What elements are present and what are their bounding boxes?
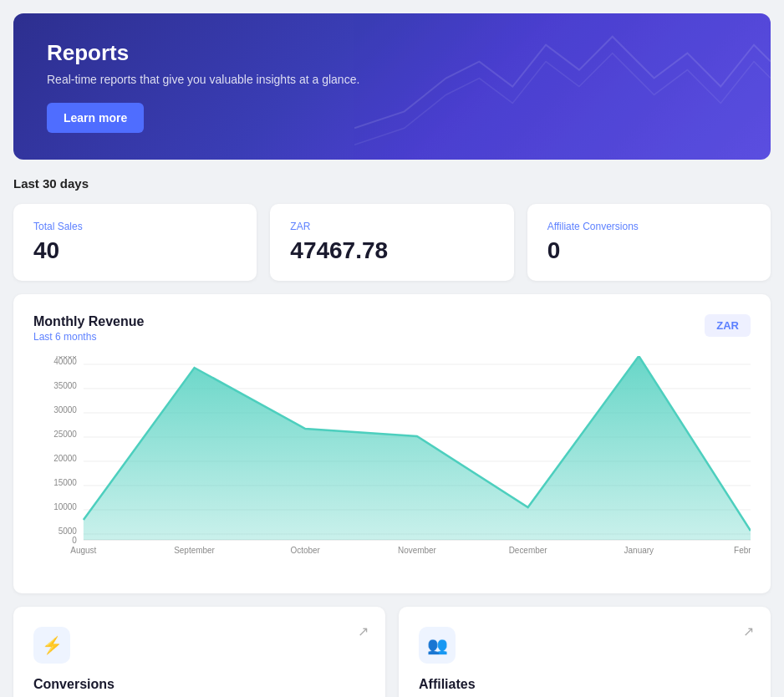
svg-text:August: August	[70, 546, 96, 555]
svg-text:0: 0	[72, 536, 77, 545]
svg-text:February: February	[734, 546, 751, 555]
affiliates-card: ↗ 👥 Affiliates View your affiliate perfo…	[399, 607, 771, 697]
stat-value-affiliate: 0	[547, 237, 751, 264]
svg-text:25000: 25000	[53, 430, 77, 439]
chart-card: Monthly Revenue Last 6 months ZAR 0 5	[13, 294, 771, 593]
conversions-icon: ⚡	[42, 635, 63, 655]
stats-row: Total Sales 40 ZAR 47467.78 Affiliate Co…	[13, 204, 771, 281]
conversions-title: Conversions	[33, 677, 365, 692]
stat-label-zar: ZAR	[290, 221, 493, 232]
chart-currency-button[interactable]: ZAR	[705, 314, 751, 337]
svg-text:December: December	[509, 546, 548, 555]
conversions-card: ↗ ⚡ Conversions See how your offers and …	[13, 607, 385, 697]
chart-area: 0 5000 10000 15000 20000 25000 30000 350…	[33, 356, 751, 573]
stat-card-affiliate: Affiliate Conversions 0	[527, 204, 771, 281]
svg-text:September: September	[174, 546, 215, 555]
stat-label-affiliate: Affiliate Conversions	[547, 221, 751, 232]
svg-text:November: November	[398, 546, 437, 555]
stat-value-zar: 47467.78	[290, 237, 493, 264]
svg-text:January: January	[624, 546, 654, 555]
affiliates-title: Affiliates	[419, 677, 751, 692]
affiliates-arrow-icon[interactable]: ↗	[743, 623, 754, 639]
chart-title: Monthly Revenue	[33, 314, 144, 329]
stat-card-total-sales: Total Sales 40	[13, 204, 257, 281]
hero-banner: Reports Real-time reports that give you …	[13, 13, 771, 160]
svg-text:15000: 15000	[53, 478, 77, 487]
conversions-arrow-icon[interactable]: ↗	[358, 623, 369, 639]
svg-text:5000: 5000	[59, 527, 78, 536]
stat-value-total-sales: 40	[33, 237, 237, 264]
chart-subtitle: Last 6 months	[33, 331, 144, 343]
chart-header: Monthly Revenue Last 6 months ZAR	[33, 314, 751, 343]
stat-label-total-sales: Total Sales	[33, 221, 237, 232]
learn-more-button[interactable]: Learn more	[47, 103, 144, 133]
stat-card-zar: ZAR 47467.78	[270, 204, 513, 281]
svg-text:45000: 45000	[53, 356, 77, 359]
svg-text:October: October	[291, 546, 321, 555]
svg-text:20000: 20000	[53, 454, 77, 463]
affiliates-icon: 👥	[427, 635, 448, 655]
svg-text:30000: 30000	[53, 405, 77, 415]
svg-text:10000: 10000	[53, 502, 77, 511]
affiliates-icon-wrap: 👥	[419, 627, 456, 664]
period-label: Last 30 days	[13, 176, 771, 191]
hero-title: Reports	[47, 40, 737, 66]
chart-title-group: Monthly Revenue Last 6 months	[33, 314, 144, 343]
bottom-row: ↗ ⚡ Conversions See how your offers and …	[13, 607, 771, 697]
hero-subtitle: Real-time reports that give you valuable…	[47, 73, 737, 86]
conversions-icon-wrap: ⚡	[33, 627, 70, 664]
svg-text:35000: 35000	[53, 381, 77, 390]
